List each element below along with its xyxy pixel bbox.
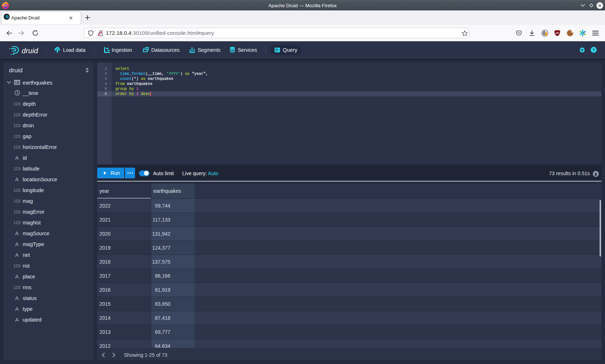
svg-text:druid: druid: [22, 46, 38, 55]
svg-text:?: ?: [592, 48, 595, 52]
svg-text:uO: uO: [556, 32, 559, 34]
